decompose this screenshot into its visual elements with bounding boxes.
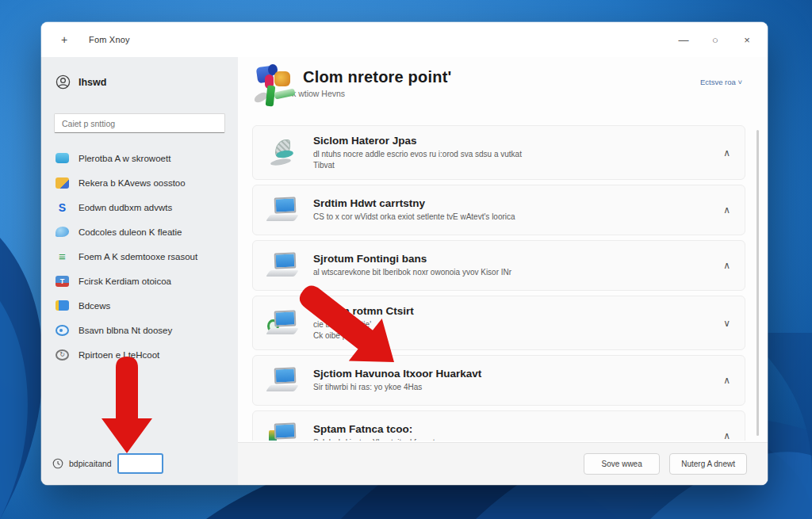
update-icon xyxy=(56,349,69,361)
footer-bar: Sove wwea Nuterg A dnewt xyxy=(238,442,768,485)
card-desc: cie tiirut i nwatie' xyxy=(313,319,703,330)
laptop-recycle-icon xyxy=(267,310,301,337)
clock-icon xyxy=(52,458,63,469)
card-desc2: Ck oibe pov oiet. xyxy=(313,330,703,342)
settings-card-list: Siclom Hateror Jpas dl ntuhs nocre addle… xyxy=(252,125,745,441)
duration-input[interactable] xyxy=(117,453,163,474)
sidebar-item-label: Plerotba A w skrowoett xyxy=(79,154,170,163)
sidebar-item-network[interactable]: Eodwn dudbxm advwts xyxy=(41,195,238,219)
sidebar-nav: Plerotba A w skrowoett Rekera b KAvews o… xyxy=(41,146,238,367)
sidebar-item-windows[interactable]: Bdcews xyxy=(41,293,238,318)
scrollbar[interactable] xyxy=(756,130,759,436)
page-header: Clom nretore point' k wtiow Hevns xyxy=(254,62,451,108)
card-title: Sjrotum Fontingi bans xyxy=(313,253,703,265)
chevron-up-icon[interactable]: ∧ xyxy=(723,147,730,158)
search-box[interactable] xyxy=(54,113,225,133)
chevron-up-icon[interactable]: ∧ xyxy=(723,375,730,386)
sidebar-item-label: Bsavn blbna Nt doosey xyxy=(79,326,172,335)
network-icon xyxy=(56,201,69,213)
cancel-button[interactable]: Nuterg A dnewt xyxy=(669,453,747,475)
gear-icon xyxy=(56,325,69,336)
laptop-icon xyxy=(267,197,301,223)
titlebar: + Fom Xnoy — ○ × xyxy=(41,22,768,57)
sidebar-item-apps[interactable]: Foem A K sdemtooxe rsasout xyxy=(41,244,238,269)
windows-icon xyxy=(56,300,69,311)
card-restore-hardware[interactable]: Sjctiom Havunoa Itxoor Huarkavt Sir tihw… xyxy=(252,355,745,406)
sidebar-item-label: Foem A K sdemtooxe rsasout xyxy=(79,252,197,261)
display-icon xyxy=(56,153,69,163)
sidebar-item-devices[interactable]: Rekera b KAvews oosstoo xyxy=(41,170,238,195)
sidebar-item-label: Rekera b KAvews oosstoo xyxy=(79,178,186,188)
sidebar-item-system[interactable]: Plerotba A w skrowoett xyxy=(41,146,238,170)
settings-window: + Fom Xnoy — ○ × Ihswd xyxy=(41,22,768,485)
user-name: Ihswd xyxy=(79,77,106,88)
duration-label: bdpicaitand xyxy=(69,459,112,468)
sidebar-item-accounts[interactable]: Fcirsk Kerdiam otoicoa xyxy=(41,269,238,293)
sidebar-item-label: Eodwn dudbxm advwts xyxy=(79,203,172,212)
laptop-icon xyxy=(267,252,301,279)
chevron-up-icon[interactable]: ∧ xyxy=(723,430,730,441)
card-system-restore[interactable]: Siclom Hateror Jpas dl ntuhs nocre addle… xyxy=(252,125,745,180)
chevron-up-icon[interactable]: ∧ xyxy=(723,260,730,271)
sidebar-item-label: Fcirsk Kerdiam otoicoa xyxy=(79,277,171,286)
save-button[interactable]: Sove wwea xyxy=(584,453,660,475)
card-desc: SsL kwbd i wta pYba. toitockf owet xyxy=(313,437,703,441)
card-desc: CS to x cor wVidst orka exiot setlente t… xyxy=(313,212,703,223)
sidebar-item-label: Bdcews xyxy=(79,301,110,311)
desktop: + Fom Xnoy — ○ × Ihswd xyxy=(0,0,812,519)
card-system-protection[interactable]: Srdtim Hdwt carrtstny CS to x cor wVidst… xyxy=(252,185,745,235)
card-restore-start[interactable]: Sattum rotmn Ctsirt cie tiirut i nwatie'… xyxy=(252,296,745,350)
chevron-down-icon[interactable]: ∨ xyxy=(723,318,730,329)
laptop-icon xyxy=(267,367,301,394)
card-desc: dl ntuhs nocre addle escrio evos ru i:or… xyxy=(313,149,703,160)
back-icon[interactable]: + xyxy=(56,33,73,46)
sidebar-item-label: Codcoles duleon K fleatie xyxy=(79,227,182,237)
duration-control: bdpicaitand xyxy=(52,453,163,474)
sidebar-item-label: Rpirtoen e LteHcoot xyxy=(79,350,159,360)
card-desc: al wtscarevkone bit lberibok noxr owonoi… xyxy=(313,267,703,278)
laptop-color-icon xyxy=(267,422,301,441)
sidebar-item-accessibility[interactable]: Bsavn blbna Nt doosey xyxy=(41,318,238,342)
card-title: Sjctiom Havunoa Itxoor Huarkavt xyxy=(313,368,703,380)
card-restore-tools[interactable]: Sptam Fatnca tcoo: SsL kwbd i wta pYba. … xyxy=(252,410,745,441)
page-title: Clom nretore point' xyxy=(303,68,451,86)
minimize-button[interactable]: — xyxy=(668,26,699,53)
header-link[interactable]: Ectsve roa ˅ xyxy=(700,78,742,86)
user-avatar-icon xyxy=(56,74,71,90)
restore-point-app-icon xyxy=(254,62,295,108)
chevron-up-icon[interactable]: ∧ xyxy=(723,204,730,216)
card-title: Sattum rotmn Ctsirt xyxy=(313,305,703,317)
card-title: Siclom Hateror Jpas xyxy=(313,135,703,147)
accounts-icon xyxy=(56,276,69,287)
butterfly-laptop-icon xyxy=(267,139,301,166)
card-title: Sptam Fatnca tcoo: xyxy=(313,423,703,435)
card-desc: Sir tihwrbi hi ras: yo ykoe 4Has xyxy=(313,382,703,393)
window-controls: — ○ × xyxy=(668,26,763,53)
card-title: Srdtim Hdwt carrtstny xyxy=(313,197,703,209)
card-desc2: Tibvat xyxy=(313,160,703,171)
user-account[interactable]: Ihswd xyxy=(56,74,238,90)
personalization-icon xyxy=(56,227,69,237)
main-pane: Clom nretore point' k wtiow Hevns Ectsve… xyxy=(238,57,768,485)
apps-icon xyxy=(56,250,69,262)
maximize-button[interactable]: ○ xyxy=(699,26,731,53)
devices-icon xyxy=(56,177,69,189)
sidebar: Ihswd Plerotba A w skrowoett Rekera b KA… xyxy=(41,57,238,485)
window-title: Fom Xnoy xyxy=(89,35,130,44)
sidebar-item-update[interactable]: Rpirtoen e LteHcoot xyxy=(41,342,238,367)
search-input[interactable] xyxy=(55,119,224,128)
page-subtitle: k wtiow Hevns xyxy=(292,89,451,98)
card-system-settings[interactable]: Sjrotum Fontingi bans al wtscarevkone bi… xyxy=(252,240,745,291)
close-button[interactable]: × xyxy=(731,26,763,53)
sidebar-item-personalization[interactable]: Codcoles duleon K fleatie xyxy=(41,219,238,244)
